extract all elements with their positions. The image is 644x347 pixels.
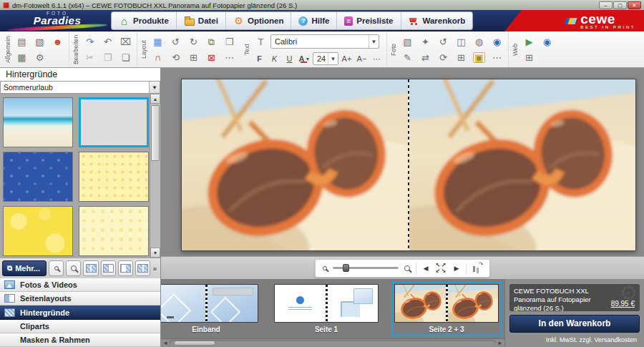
layout-view-grid-button[interactable]: [135, 260, 150, 276]
font-color-button[interactable]: A▼: [298, 52, 311, 65]
menu-button-preisliste[interactable]: Preisliste: [336, 12, 400, 29]
toolbar-button-delete[interactable]: ⌧: [117, 34, 134, 49]
zoom-in-icon[interactable]: [404, 265, 410, 271]
toolbar-button-redo[interactable]: ↷: [82, 34, 98, 49]
layout-view-left-button[interactable]: [101, 260, 116, 276]
scroll-left-icon[interactable]: ◄: [161, 340, 170, 346]
toolbar-button-insert-text[interactable]: T: [253, 34, 269, 49]
minimize-button[interactable]: –: [599, 1, 613, 9]
background-thumb-yellow-light[interactable]: [79, 206, 149, 256]
toolbar-button-arrange[interactable]: ⊞: [185, 49, 202, 65]
menu-button-warenkorb[interactable]: Warenkorb: [401, 12, 473, 29]
scroll-down-icon[interactable]: ▼: [150, 248, 160, 258]
menu-button-datei[interactable]: Datei: [176, 12, 225, 29]
sidebar-item-fotos-videos[interactable]: Fotos & Videos: [0, 278, 160, 292]
toolbar-button-cut[interactable]: ✂: [82, 49, 98, 65]
background-thumb-yellow-flowers[interactable]: [3, 206, 73, 256]
scrollbar-thumb[interactable]: [174, 341, 215, 346]
toolbar-button-save-as[interactable]: ▦: [14, 49, 30, 65]
toolbar-button-web-gallery[interactable]: ⊞: [521, 49, 537, 65]
sidebar-item-masken-rahmen[interactable]: Masken & Rahmen: [0, 333, 160, 347]
background-thumb-yellow-dots[interactable]: [79, 152, 149, 202]
toolbar-button-enhance[interactable]: ✦: [417, 34, 434, 49]
toolbar-button-open-project[interactable]: ▧: [31, 34, 48, 49]
toolbar-button-settings[interactable]: ⚙: [31, 49, 48, 65]
page-tile-seite-2-3[interactable]: Seite 2 + 3: [391, 281, 502, 336]
toolbar-button-globe[interactable]: ◉: [489, 34, 505, 49]
layout-view-right-button[interactable]: [118, 260, 133, 276]
sidebar-item-cliparts[interactable]: Cliparts: [0, 320, 160, 333]
toolbar-button-rotate-photo[interactable]: ⟳: [435, 49, 452, 65]
toolbar-button-more[interactable]: ⋯: [221, 49, 238, 65]
scroll-right-icon[interactable]: ►: [496, 340, 504, 346]
toolbar-button-save[interactable]: ▤: [14, 34, 30, 49]
page-tile-einband[interactable]: Einband: [161, 281, 261, 336]
page-right[interactable]: [409, 79, 635, 250]
sidebar-scrollbar[interactable]: ▲ ▼: [150, 94, 160, 258]
menu-button-optionen[interactable]: Optionen: [225, 12, 291, 29]
toolbar-button-reset-layout[interactable]: ⟲: [167, 49, 184, 65]
zoom-out-icon[interactable]: [323, 266, 327, 270]
toolbar-button-copy[interactable]: ❐: [99, 49, 116, 65]
toolbar-button-remove-element[interactable]: ⊠: [203, 49, 220, 65]
scroll-up-icon[interactable]: ▲: [150, 94, 160, 104]
background-category-select[interactable]: Sommerurlaub ▼: [0, 81, 160, 94]
background-thumb-beach[interactable]: [3, 97, 73, 147]
toolbar-button-send-back[interactable]: ❒: [221, 34, 238, 49]
underline-button[interactable]: U: [283, 52, 296, 65]
toolbar-button-insert-photo[interactable]: ▧: [399, 34, 416, 49]
sidebar-item-seitenlayouts[interactable]: Seitenlayouts: [0, 292, 160, 306]
toolbar-button-edit-photo[interactable]: ✎: [399, 49, 416, 65]
page-left[interactable]: [182, 79, 409, 250]
chevron-more-icon[interactable]: »: [152, 265, 158, 273]
background-thumb-blue-pattern[interactable]: [3, 152, 73, 202]
font-size-increase-button[interactable]: A+: [340, 52, 353, 65]
zoom-slider-thumb[interactable]: [343, 264, 349, 272]
toolbar-button-rotate-left[interactable]: ↺: [167, 34, 184, 49]
toolbar-button-photo-grid[interactable]: ⊞: [453, 49, 469, 65]
more-button[interactable]: ⧉ Mehr...: [2, 260, 47, 276]
previous-page-button[interactable]: ◀: [422, 265, 430, 272]
toolbar-button-opacity[interactable]: ◍: [471, 34, 487, 49]
close-button[interactable]: ✕: [628, 1, 641, 9]
page-spread[interactable]: [181, 79, 636, 251]
maximize-button[interactable]: ▢: [613, 1, 627, 9]
toolbar-button-paste[interactable]: ❏: [117, 49, 134, 65]
zoom-slider[interactable]: [333, 267, 399, 269]
price-link[interactable]: 89,95 €: [611, 300, 635, 309]
toolbar-button-swap-photo[interactable]: ⇄: [417, 49, 434, 65]
background-thumb-sunglasses[interactable]: [79, 97, 149, 147]
scrollbar-thumb[interactable]: [151, 105, 160, 161]
sidebar-item-hintergruende[interactable]: Hintergründe: [0, 306, 160, 319]
filmstrip-scrollbar[interactable]: ◄ ►: [161, 338, 504, 347]
redo-icon: ↷: [86, 37, 94, 47]
text-more-button[interactable]: ⋯: [370, 52, 384, 65]
fit-to-window-button[interactable]: ↖↗↙↘: [436, 263, 447, 274]
page-tile-seite-1[interactable]: Seite 1: [271, 281, 381, 336]
toolbar-button-straighten[interactable]: ◫: [453, 34, 469, 49]
font-select[interactable]: Calibri ▼: [270, 34, 379, 49]
toolbar-button-bring-front[interactable]: ⧉: [203, 34, 220, 49]
bold-button[interactable]: F: [253, 52, 266, 65]
toolbar-button-rotate-photo-left[interactable]: ↺: [435, 34, 452, 49]
toolbar-button-photo-border[interactable]: ▣: [471, 49, 487, 65]
font-size-decrease-button[interactable]: A−: [355, 52, 369, 65]
menu-button-hilfe[interactable]: Hilfe: [291, 12, 336, 29]
add-to-cart-button[interactable]: In den Warenkorb: [509, 315, 640, 333]
toolbar-button-magnet[interactable]: ∩: [150, 49, 166, 65]
toolbar-button-slideshow[interactable]: ▶: [521, 34, 537, 49]
toolbar-button-assistant[interactable]: ☻: [49, 34, 66, 49]
toolbar-button-rotate-right[interactable]: ↻: [185, 34, 202, 49]
layout-view-both-button[interactable]: [83, 260, 98, 276]
toolbar-button-undo[interactable]: ↶: [99, 34, 116, 49]
font-size-select[interactable]: 24 ▼: [313, 52, 338, 65]
toolbar-button-more[interactable]: ⋯: [489, 49, 505, 65]
italic-button[interactable]: K: [268, 52, 281, 65]
toolbar-button-grid[interactable]: ▦: [150, 34, 166, 49]
menu-button-produkte[interactable]: Produkte: [112, 12, 176, 29]
next-page-button[interactable]: ▶: [453, 265, 461, 272]
zoom-preset-small-button[interactable]: [49, 260, 64, 276]
zoom-preset-large-button[interactable]: [66, 260, 81, 276]
page-arrangement-button[interactable]: [472, 264, 482, 273]
toolbar-button-web-globe[interactable]: ◉: [539, 34, 555, 49]
